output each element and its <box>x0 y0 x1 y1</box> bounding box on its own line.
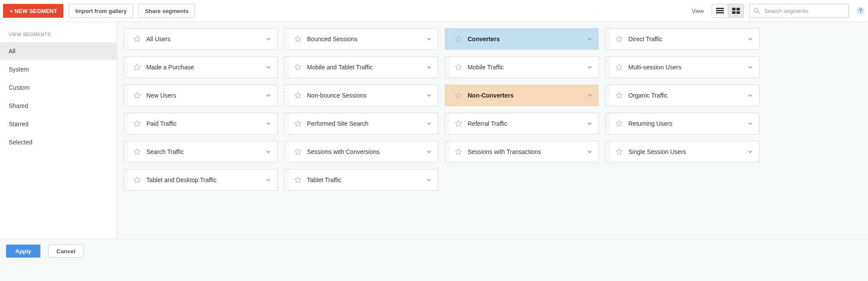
sidebar-item-system[interactable]: System <box>0 60 117 78</box>
chevron-down-icon[interactable] <box>585 64 594 70</box>
segment-card[interactable]: Referral Traffic <box>445 113 599 134</box>
star-icon[interactable] <box>453 90 464 101</box>
star-icon[interactable] <box>292 118 304 129</box>
segment-card[interactable]: All Users <box>123 28 277 50</box>
star-icon[interactable] <box>292 33 304 45</box>
star-icon[interactable] <box>614 62 625 73</box>
segment-card[interactable]: Bounced Sessions <box>284 28 438 50</box>
star-icon[interactable] <box>614 146 625 157</box>
segment-card[interactable]: Made a Purchase <box>123 56 277 78</box>
chevron-down-icon[interactable] <box>264 177 273 183</box>
drag-handle-icon[interactable] <box>284 85 289 106</box>
star-icon[interactable] <box>453 118 464 129</box>
segment-card[interactable]: Organic Traffic <box>605 85 759 106</box>
segment-card[interactable]: Tablet and Desktop Traffic <box>123 169 277 191</box>
segment-card[interactable]: Search Traffic <box>123 141 277 163</box>
segment-card[interactable]: New Users <box>123 85 277 106</box>
segment-card[interactable]: Direct Traffic <box>605 28 759 50</box>
drag-handle-icon[interactable] <box>284 141 289 162</box>
chevron-down-icon[interactable] <box>425 92 433 98</box>
sidebar-item-shared[interactable]: Shared <box>0 97 117 115</box>
chevron-down-icon[interactable] <box>264 121 273 127</box>
drag-handle-icon[interactable] <box>606 141 610 162</box>
sidebar-item-all[interactable]: All <box>0 42 117 60</box>
star-icon[interactable] <box>292 146 304 157</box>
drag-handle-icon[interactable] <box>445 57 449 78</box>
segment-card[interactable]: Sessions with Conversions <box>284 141 438 163</box>
sidebar-item-custom[interactable]: Custom <box>0 78 117 97</box>
drag-handle-icon[interactable] <box>606 85 610 106</box>
chevron-down-icon[interactable] <box>585 36 594 42</box>
drag-handle-icon[interactable] <box>124 170 128 190</box>
chevron-down-icon[interactable] <box>264 36 273 42</box>
apply-button[interactable]: Apply <box>6 245 40 258</box>
star-icon[interactable] <box>614 90 625 101</box>
drag-handle-icon[interactable] <box>445 85 449 106</box>
view-list-button[interactable] <box>712 4 728 17</box>
drag-handle-icon[interactable] <box>445 29 449 49</box>
chevron-down-icon[interactable] <box>746 64 755 70</box>
drag-handle-icon[interactable] <box>124 85 128 106</box>
chevron-down-icon[interactable] <box>585 92 594 98</box>
star-icon[interactable] <box>453 62 464 73</box>
search-box[interactable] <box>749 4 849 18</box>
star-icon[interactable] <box>614 33 625 45</box>
drag-handle-icon[interactable] <box>124 113 128 134</box>
star-icon[interactable] <box>132 62 143 73</box>
segment-card[interactable]: Tablet Traffic <box>284 169 438 191</box>
drag-handle-icon[interactable] <box>124 141 128 162</box>
drag-handle-icon[interactable] <box>284 170 289 190</box>
star-icon[interactable] <box>453 33 464 45</box>
help-icon[interactable]: ? <box>857 7 865 15</box>
drag-handle-icon[interactable] <box>284 57 289 78</box>
cancel-button[interactable]: Cancel <box>48 245 84 258</box>
sidebar-item-selected[interactable]: Selected <box>0 133 117 151</box>
drag-handle-icon[interactable] <box>284 113 289 134</box>
import-gallery-button[interactable]: Import from gallery <box>69 4 133 18</box>
view-grid-button[interactable] <box>728 4 743 17</box>
chevron-down-icon[interactable] <box>425 149 433 155</box>
segment-card[interactable]: Single Session Users <box>605 141 759 163</box>
chevron-down-icon[interactable] <box>264 149 273 155</box>
star-icon[interactable] <box>132 90 143 101</box>
star-icon[interactable] <box>132 174 143 186</box>
star-icon[interactable] <box>132 33 143 45</box>
segment-card[interactable]: Converters <box>445 28 599 50</box>
chevron-down-icon[interactable] <box>746 92 755 98</box>
segment-card[interactable]: Multi-session Users <box>605 56 759 78</box>
new-segment-button[interactable]: + NEW SEGMENT <box>3 4 63 18</box>
chevron-down-icon[interactable] <box>746 36 755 42</box>
drag-handle-icon[interactable] <box>445 113 449 134</box>
chevron-down-icon[interactable] <box>746 121 755 127</box>
segment-card[interactable]: Paid Traffic <box>123 113 277 134</box>
drag-handle-icon[interactable] <box>284 29 289 49</box>
sidebar-item-starred[interactable]: Starred <box>0 115 117 133</box>
chevron-down-icon[interactable] <box>585 121 594 127</box>
chevron-down-icon[interactable] <box>425 36 433 42</box>
chevron-down-icon[interactable] <box>264 92 273 98</box>
star-icon[interactable] <box>614 118 625 129</box>
segment-card[interactable]: Non-Converters <box>445 85 599 106</box>
star-icon[interactable] <box>132 146 143 157</box>
segment-card[interactable]: Performed Site Search <box>284 113 438 134</box>
star-icon[interactable] <box>292 62 304 73</box>
drag-handle-icon[interactable] <box>606 57 610 78</box>
chevron-down-icon[interactable] <box>264 64 273 70</box>
star-icon[interactable] <box>292 90 304 101</box>
search-input[interactable] <box>763 7 844 15</box>
chevron-down-icon[interactable] <box>746 149 755 155</box>
segment-card[interactable]: Non-bounce Sessions <box>284 85 438 106</box>
star-icon[interactable] <box>453 146 464 157</box>
star-icon[interactable] <box>132 118 143 129</box>
chevron-down-icon[interactable] <box>585 149 594 155</box>
chevron-down-icon[interactable] <box>425 64 433 70</box>
drag-handle-icon[interactable] <box>606 113 610 134</box>
share-segments-button[interactable]: Share segments <box>139 4 195 18</box>
segment-card[interactable]: Mobile Traffic <box>445 56 599 78</box>
segment-card[interactable]: Sessions with Transactions <box>445 141 599 163</box>
drag-handle-icon[interactable] <box>124 57 128 78</box>
chevron-down-icon[interactable] <box>425 177 433 183</box>
segment-card[interactable]: Mobile and Tablet Traffic <box>284 56 438 78</box>
drag-handle-icon[interactable] <box>445 141 449 162</box>
drag-handle-icon[interactable] <box>124 29 128 49</box>
